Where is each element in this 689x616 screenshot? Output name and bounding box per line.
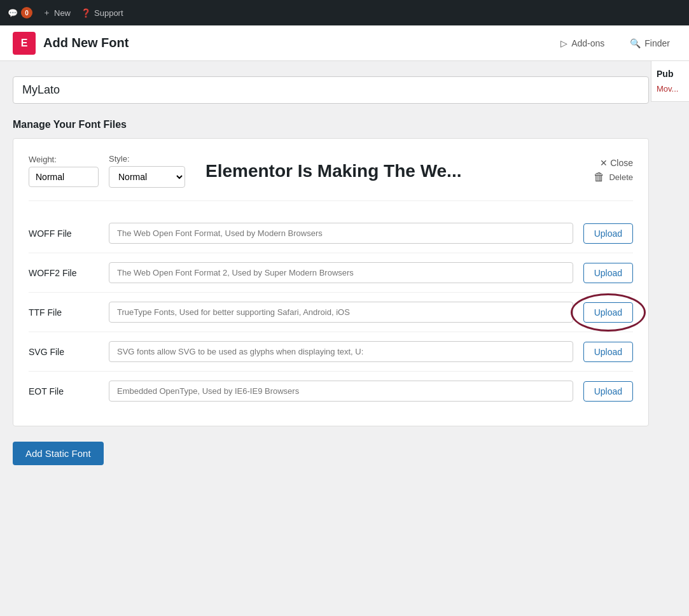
- manage-section-title: Manage Your Font Files: [13, 119, 649, 130]
- admin-bar: 💬 0 ＋ New ❓ Support: [0, 0, 689, 25]
- addons-icon: ▷: [560, 38, 567, 48]
- new-label: New: [54, 8, 71, 18]
- weight-input[interactable]: [29, 167, 99, 187]
- font-panel: Weight: Style: Normal Italic Elementor I…: [13, 138, 649, 426]
- support-item[interactable]: ❓ Support: [81, 8, 123, 18]
- header-right: ▷ Add-ons 🔍 Finder: [554, 34, 676, 52]
- finder-button[interactable]: 🔍 Finder: [623, 34, 676, 52]
- close-label: Close: [610, 158, 633, 168]
- ttf-upload-button[interactable]: Upload: [583, 302, 633, 323]
- eot-upload-button[interactable]: Upload: [583, 381, 633, 402]
- addons-label: Add-ons: [571, 38, 604, 48]
- question-icon: ❓: [81, 8, 91, 18]
- woff-label: WOFF File: [29, 228, 99, 239]
- woff2-label: WOFF2 File: [29, 268, 99, 278]
- file-rows: WOFF File Upload WOFF2 File Upload TTF F…: [29, 214, 633, 410]
- svg-label: SVG File: [29, 347, 99, 357]
- header-left: E Add New Font: [13, 32, 129, 55]
- weight-label: Weight:: [29, 155, 99, 164]
- style-group: Style: Normal Italic: [109, 154, 185, 188]
- delete-button[interactable]: 🗑: [594, 171, 605, 184]
- ttf-label: TTF File: [29, 307, 99, 318]
- style-select[interactable]: Normal Italic: [109, 166, 185, 188]
- page-title: Add New Font: [43, 36, 129, 50]
- notifications-icon: 💬: [8, 8, 18, 18]
- finder-label: Finder: [644, 38, 670, 48]
- new-item[interactable]: ＋ New: [43, 7, 71, 18]
- notifications-item[interactable]: 💬 0: [8, 7, 32, 18]
- style-label: Style:: [109, 154, 185, 164]
- add-static-font-button[interactable]: Add Static Font: [13, 442, 104, 465]
- delete-label: Delete: [609, 172, 633, 182]
- eot-label: EOT File: [29, 386, 99, 396]
- sidebar-move-label[interactable]: Mov...: [657, 84, 684, 94]
- sidebar-publish-label: Pub: [657, 69, 684, 79]
- addons-button[interactable]: ▷ Add-ons: [554, 34, 611, 52]
- svg-upload-button[interactable]: Upload: [583, 342, 633, 362]
- woff2-upload-button[interactable]: Upload: [583, 263, 633, 283]
- woff-input[interactable]: [109, 223, 573, 244]
- close-x-icon: ✕: [600, 158, 608, 168]
- elementor-logo: E: [13, 32, 36, 55]
- sidebar-partial: Pub Mov...: [651, 61, 689, 102]
- woff2-input[interactable]: [109, 262, 573, 283]
- header-bar: E Add New Font ▷ Add-ons 🔍 Finder: [0, 25, 689, 61]
- panel-actions: ✕ Close 🗑 Delete: [594, 158, 633, 184]
- support-label: Support: [94, 8, 123, 18]
- plus-icon: ＋: [43, 7, 51, 18]
- svg-input[interactable]: [109, 341, 573, 362]
- weight-style-row: Weight: Style: Normal Italic Elementor I…: [29, 154, 633, 201]
- ttf-upload-wrapper: Upload: [583, 302, 633, 323]
- eot-input[interactable]: [109, 381, 573, 402]
- ttf-input[interactable]: [109, 302, 573, 323]
- weight-group: Weight:: [29, 155, 99, 187]
- svg-row: SVG File Upload: [29, 332, 633, 372]
- woff-upload-button[interactable]: Upload: [583, 223, 633, 244]
- notification-count: 0: [21, 7, 32, 18]
- woff-row: WOFF File Upload: [29, 214, 633, 253]
- panel-message: Elementor Is Making The We...: [195, 161, 583, 181]
- search-icon: 🔍: [630, 38, 641, 48]
- close-button[interactable]: ✕ Close: [600, 158, 633, 168]
- ttf-row: TTF File Upload: [29, 293, 633, 332]
- main-content: Manage Your Font Files Weight: Style: No…: [0, 61, 662, 480]
- eot-row: EOT File Upload: [29, 372, 633, 410]
- woff2-row: WOFF2 File Upload: [29, 253, 633, 293]
- font-name-input[interactable]: [13, 76, 649, 104]
- trash-icon: 🗑: [594, 171, 605, 184]
